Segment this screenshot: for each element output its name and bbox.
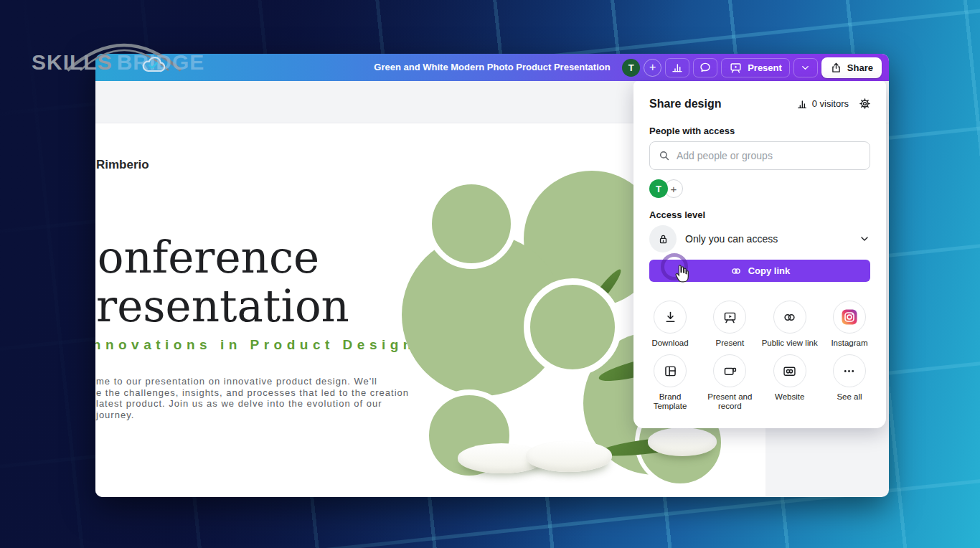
option-circle	[654, 354, 687, 387]
add-people-search-box[interactable]	[649, 141, 870, 170]
canva-app-window: Rimberio Conference Presentation Innovat…	[95, 54, 889, 497]
option-circle	[833, 301, 866, 334]
chevron-down-icon	[859, 233, 870, 245]
option-circle	[654, 301, 687, 334]
design-title[interactable]: Green and White Modern Photo Product Pre…	[374, 54, 610, 81]
access-level-dropdown[interactable]: Only you can access	[649, 224, 870, 254]
slide-subtitle: Innovations in Product Design	[95, 337, 416, 353]
green-ring-circle	[426, 179, 517, 269]
see-all-dots-icon	[842, 364, 857, 379]
share-design-panel: Share design 0 visitors People with acce…	[633, 81, 886, 428]
panel-header-actions: 0 visitors	[796, 97, 872, 110]
invite-member-button[interactable]: +	[644, 59, 661, 77]
visitors-count-label: 0 visitors	[812, 98, 849, 109]
option-circle	[713, 354, 746, 387]
owner-avatar[interactable]: T	[649, 179, 668, 198]
mouse-cursor-hand	[673, 264, 692, 285]
watermark-text: SKILLSBRIDGE	[32, 50, 204, 75]
present-button[interactable]: Present	[721, 58, 790, 77]
lock-icon	[656, 232, 670, 246]
option-circle	[833, 354, 866, 387]
share-option-present[interactable]: Present	[701, 301, 758, 348]
slide-body-text: me to our presentation on innovative pro…	[96, 376, 409, 420]
screen: Rimberio Conference Presentation Innovat…	[0, 0, 980, 548]
access-avatars-row: T +	[649, 179, 683, 198]
panel-header: Share design 0 visitors	[649, 97, 872, 110]
toolbar-right-cluster: T + Pr	[622, 54, 882, 81]
instagram-icon	[841, 308, 858, 326]
insights-button[interactable]	[665, 58, 689, 77]
lock-circle	[649, 225, 677, 252]
white-podium	[526, 440, 612, 472]
watermark-skills: SKILLS	[32, 50, 113, 74]
present-easel-icon	[729, 61, 743, 75]
share-option-brand-template[interactable]: Brand Template	[641, 354, 699, 411]
share-option-download[interactable]: Download	[641, 301, 699, 348]
user-avatar[interactable]: T	[622, 59, 640, 77]
share-option-see-all[interactable]: See all	[821, 354, 878, 411]
slide-headline-line1: Conference	[95, 235, 319, 279]
slide-headline-line2: Presentation	[95, 284, 349, 328]
share-options-row: Download Present	[633, 301, 886, 348]
slide-brand-text: Rimberio	[96, 158, 149, 172]
comment-icon	[699, 61, 712, 74]
slide-body-line: latest product. Join us as we delve into…	[96, 398, 409, 410]
share-options-row: Brand Template Present and record	[633, 354, 886, 411]
link-icon	[782, 310, 797, 325]
copy-link-label: Copy link	[748, 265, 791, 276]
share-options-grid: Download Present	[633, 301, 886, 411]
share-option-instagram[interactable]: Instagram	[821, 301, 878, 348]
share-option-website[interactable]: Website	[761, 354, 819, 411]
slide-body-line: me to our presentation on innovative pro…	[96, 376, 409, 387]
insights-icon	[671, 61, 684, 74]
share-option-present-and-record[interactable]: Present and record	[701, 354, 758, 411]
people-with-access-label: People with access	[649, 126, 735, 136]
gear-icon[interactable]	[858, 97, 872, 110]
present-options-chevron-button[interactable]	[793, 58, 818, 77]
present-easel-icon	[722, 310, 738, 325]
option-circle	[773, 354, 806, 387]
option-circle	[773, 301, 806, 334]
insights-icon	[796, 98, 808, 110]
share-upload-icon	[830, 62, 842, 74]
access-level-label: Access level	[649, 209, 705, 220]
download-icon	[663, 310, 678, 325]
share-button[interactable]: Share	[821, 57, 882, 78]
option-circle	[713, 301, 746, 334]
slide-body-line: e the challenges, insights, and processe…	[96, 387, 409, 399]
access-level-value: Only you can access	[685, 233, 778, 245]
add-people-input[interactable]	[677, 150, 862, 161]
website-icon	[782, 364, 797, 379]
comments-button[interactable]	[693, 58, 717, 77]
green-ring-circle	[524, 278, 621, 376]
visitors-insights-link[interactable]: 0 visitors	[796, 98, 849, 110]
record-camera-icon	[722, 364, 738, 379]
panel-title: Share design	[649, 98, 721, 110]
brand-template-icon	[663, 364, 678, 379]
cloud-check-icon	[139, 52, 168, 76]
share-option-public-view-link[interactable]: Public view link	[761, 301, 819, 348]
search-icon	[658, 149, 671, 162]
white-podium	[648, 427, 717, 456]
top-toolbar: Green and White Modern Photo Product Pre…	[95, 54, 889, 81]
access-chevron	[859, 233, 870, 245]
chevron-down-icon	[800, 62, 811, 73]
slide-body-line: journey.	[96, 410, 409, 421]
share-button-label: Share	[847, 62, 873, 73]
link-icon	[730, 265, 743, 278]
present-button-label: Present	[748, 62, 782, 73]
